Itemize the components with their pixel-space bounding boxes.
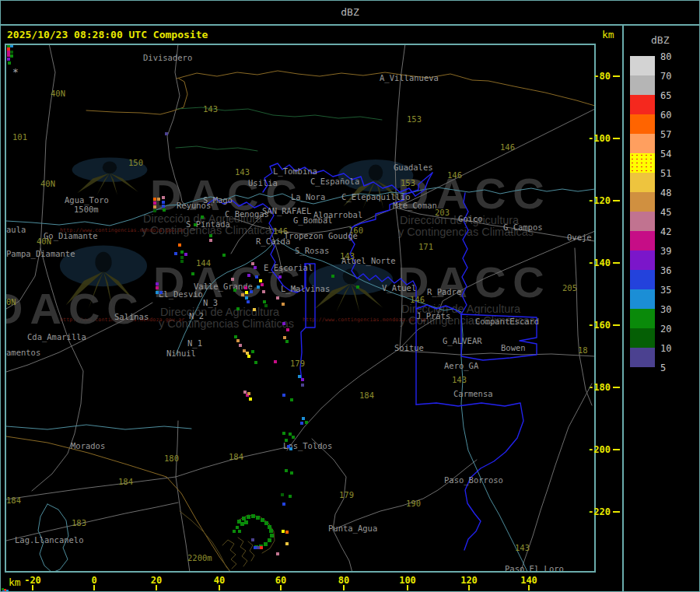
- legend-color-band: [630, 328, 655, 348]
- legend-value-label: 45: [660, 207, 684, 218]
- radar-echo-pixel: [253, 308, 256, 311]
- legend-value-label: 35: [660, 285, 684, 296]
- radar-echo-pixel: [162, 201, 165, 204]
- radar-echo-pixel: [247, 392, 250, 395]
- place-label: C_Española: [310, 177, 359, 186]
- place-label: G_Campos: [503, 222, 543, 232]
- radar-echo-pixel: [165, 132, 168, 135]
- radar-echo-pixel: [236, 526, 239, 529]
- route-number-label: 190: [406, 499, 421, 508]
- bottom-axis-tick-mark: [407, 585, 408, 590]
- radar-echo-pixel: [153, 209, 156, 212]
- route-number-label: 171: [418, 242, 433, 251]
- radar-echo-pixel: [260, 546, 263, 549]
- place-label: E_Escorial: [264, 263, 313, 272]
- radar-echo-pixel: [236, 339, 240, 342]
- legend-color-band: [630, 309, 655, 328]
- place-label: Guadales: [394, 163, 433, 172]
- place-label: S_Rosas: [295, 246, 329, 255]
- bottom-axis-tick-label: 140: [513, 575, 544, 586]
- bottom-axis-tick-label: 60: [265, 575, 296, 586]
- route-number-label: 184: [359, 391, 374, 400]
- route-number-label: 179: [290, 359, 305, 368]
- radar-echo-pixel: [301, 384, 304, 387]
- radar-echo-pixel: [249, 398, 252, 401]
- place-label: S_Pintada: [186, 219, 230, 229]
- place-label: Bowen: [501, 343, 526, 352]
- route-number-label: 143: [515, 543, 530, 552]
- radar-echo-pixel: [285, 340, 289, 343]
- radar-echo-pixel: [159, 291, 163, 294]
- bottom-axis-tick-mark: [343, 585, 345, 590]
- radar-echo-pixel: [178, 243, 181, 247]
- legend-value-label: 54: [660, 149, 684, 159]
- route-number-label: 153: [401, 178, 415, 187]
- radar-echo-pixel: [276, 296, 279, 300]
- radar-echo-pixel: [238, 530, 241, 533]
- route-number-label: 146: [410, 295, 425, 304]
- radar-echo-pixel: [292, 436, 295, 439]
- radar-echo-pixel: [251, 350, 254, 353]
- radar-echo-pixel: [174, 252, 177, 255]
- place-label: A_Villanueva: [380, 73, 439, 82]
- radar-echo-pixel: [276, 552, 279, 555]
- radar-echo-pixel: [282, 503, 285, 506]
- radar-echo-pixel: [233, 289, 236, 292]
- place-label: Goico: [458, 214, 483, 223]
- bottom-axis-tick-label: 0: [79, 575, 110, 586]
- route-number-label: 144: [196, 258, 211, 268]
- radar-echo-pixel: [256, 516, 260, 520]
- legend-color-band: [630, 134, 655, 153]
- radar-echo-pixel: [356, 285, 359, 289]
- place-label: El_Desvio: [159, 289, 203, 299]
- radar-map-canvas[interactable]: DivisaderoA_VillanuevaAgua_Toro1500maula…: [5, 44, 596, 573]
- radar-echo-pixel: [10, 51, 13, 54]
- radar-echo-pixel: [254, 361, 257, 364]
- radar-echo-pixel: [233, 530, 236, 533]
- legend-value-label: 39: [660, 246, 684, 257]
- radar-echo-pixel: [209, 234, 212, 237]
- radar-echo-pixel: [259, 279, 262, 282]
- radar-echo-pixel: [331, 275, 334, 278]
- place-label: La_Nora: [291, 192, 325, 201]
- route-number-label: 18: [578, 345, 588, 355]
- radar-echo-pixel: [222, 254, 226, 257]
- radar-echo-pixel: [283, 336, 286, 339]
- place-label: Aero_GA: [444, 361, 478, 370]
- place-label: Paso_El_Loro: [505, 564, 564, 573]
- place-label: L_Tombina: [273, 166, 317, 176]
- legend-value-label: 48: [660, 187, 684, 198]
- radar-echo-pixel: [257, 285, 260, 289]
- radar-echo-pixel: [153, 205, 156, 208]
- legend-title: dBZ: [651, 34, 669, 46]
- right-axis-tick-mark: [613, 511, 620, 513]
- route-number-label: 184: [6, 496, 21, 505]
- legend-value-label: 57: [660, 129, 684, 140]
- radar-echo-pixel: [180, 256, 184, 259]
- radar-echo-pixel: [247, 515, 250, 519]
- radar-echo-pixel: [247, 300, 250, 303]
- radar-echo-pixel: [270, 534, 274, 538]
- radar-echo-pixel: [269, 529, 273, 533]
- place-label: Agua_Toro: [65, 195, 109, 205]
- radar-echo-pixel: [264, 542, 268, 546]
- legend-color-band: [630, 153, 655, 173]
- bottom-axis-tick-label: 40: [204, 575, 235, 586]
- radar-echo-pixel: [191, 272, 194, 275]
- timestamp-label: 2025/10/23 08:28:00 UTC Composite: [7, 29, 208, 40]
- route-number-label: 153: [407, 114, 422, 124]
- legend-color-band: [630, 231, 655, 250]
- route-number-label: 143: [203, 104, 218, 114]
- radar-echo-pixel: [244, 286, 247, 289]
- radar-echo-pixel: [153, 198, 156, 201]
- star-marker: *: [12, 66, 19, 78]
- map-lines-layer: [6, 45, 594, 571]
- legend-color-band: [630, 212, 655, 231]
- right-axis-tick-mark: [613, 138, 620, 139]
- radar-echo-pixel: [236, 307, 240, 310]
- bottom-axis-tick-mark: [32, 585, 33, 590]
- radar-echo-pixel: [157, 198, 160, 201]
- radar-echo-pixel: [245, 291, 248, 294]
- radar-echo-pixel: [289, 495, 292, 498]
- legend-color-band: [630, 270, 655, 289]
